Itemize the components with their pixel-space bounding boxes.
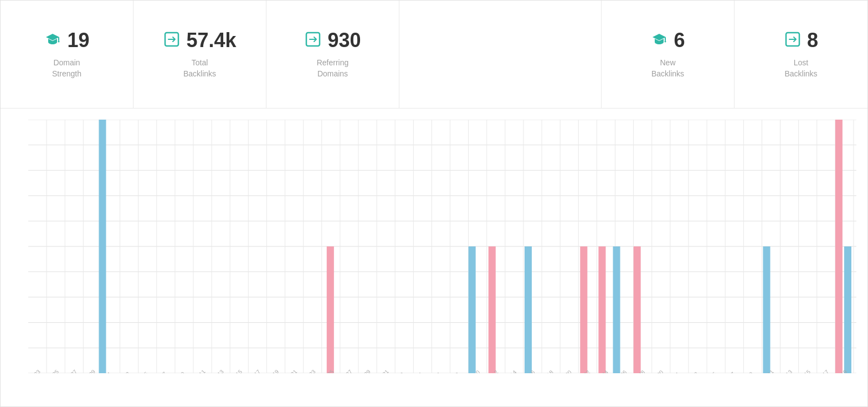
svg-text:Feb 13: Feb 13: [777, 369, 793, 373]
stat-top-lost-backlinks: 8: [784, 29, 818, 52]
chart-inner: 0 0.2 0.4 0.6 0.8 1.0 1.2 1.4 1.6 1.8 2.…: [28, 120, 856, 373]
new-bar-dec1: [99, 120, 106, 373]
svg-text:Nov 29: Nov 29: [80, 369, 96, 373]
lost-backlinks-value: 8: [807, 29, 818, 52]
stat-top-total-backlinks: 57.4k: [163, 29, 236, 52]
svg-text:Feb 17: Feb 17: [813, 369, 830, 373]
svg-text:Jan 14: Jan 14: [501, 369, 518, 373]
lost-bar-feb19: [835, 120, 843, 373]
svg-text:Feb 15: Feb 15: [795, 369, 811, 373]
lost-backlinks-label: LostBacklinks: [784, 58, 817, 79]
svg-rect-0: [58, 37, 59, 41]
lost-bar-jan24: [598, 246, 605, 373]
svg-text:Dec 21: Dec 21: [281, 369, 298, 373]
stat-top-new-backlinks: 6: [650, 29, 685, 52]
svg-text:Jan 20: Jan 20: [557, 369, 573, 373]
domain-strength-label: DomainStrength: [52, 58, 81, 79]
svg-text:Dec 5: Dec 5: [135, 370, 150, 373]
svg-point-1: [58, 41, 60, 43]
svg-text:Jan 2: Jan 2: [392, 371, 405, 373]
svg-text:Dec 19: Dec 19: [263, 369, 280, 373]
domain-strength-value: 19: [67, 29, 89, 52]
link-icon-lost: [784, 30, 802, 50]
svg-text:Jan 4: Jan 4: [410, 371, 424, 373]
stat-top-referring-domains: 930: [304, 29, 361, 52]
svg-text:Feb 9: Feb 9: [740, 371, 754, 373]
chart-area: 0 0.2 0.4 0.6 0.8 1.0 1.2 1.4 1.6 1.8 2.…: [1, 109, 867, 406]
link-icon-referring: [304, 30, 322, 50]
lost-bar-jan22: [580, 246, 587, 373]
svg-text:Dec 13: Dec 13: [208, 368, 225, 373]
svg-text:Jan 30: Jan 30: [648, 369, 665, 373]
svg-text:Nov 25: Nov 25: [43, 368, 60, 373]
svg-text:Dec 11: Dec 11: [189, 369, 206, 373]
svg-text:Dec 15: Dec 15: [227, 368, 244, 373]
referring-domains-value: 930: [327, 29, 361, 52]
dashboard-container: 19 DomainStrength 57.4k TotalBacklinks: [0, 0, 868, 407]
svg-text:Nov 27: Nov 27: [61, 369, 78, 373]
lost-bar-jan28: [634, 246, 641, 373]
chart-svg: 0 0.2 0.4 0.6 0.8 1.0 1.2 1.4 1.6 1.8 2.…: [28, 120, 856, 373]
total-backlinks-value: 57.4k: [186, 29, 236, 52]
referring-domains-label: ReferringDomains: [317, 58, 349, 79]
stat-spacer: [399, 1, 602, 108]
svg-text:Feb 7: Feb 7: [722, 371, 736, 373]
graduation-icon: [44, 30, 61, 50]
svg-text:Dec 29: Dec 29: [355, 369, 371, 373]
total-backlinks-label: TotalBacklinks: [183, 58, 216, 79]
svg-text:Jan 18: Jan 18: [538, 369, 555, 373]
stat-total-backlinks: 57.4k TotalBacklinks: [133, 1, 266, 108]
svg-text:Feb 3: Feb 3: [685, 370, 700, 373]
svg-text:Feb 5: Feb 5: [703, 370, 718, 373]
stat-lost-backlinks: 8 LostBacklinks: [735, 1, 867, 108]
stat-domain-strength: 19 DomainStrength: [1, 1, 133, 108]
stat-new-backlinks: 6 NewBacklinks: [602, 1, 735, 108]
svg-text:Dec 9: Dec 9: [171, 370, 186, 373]
svg-text:Dec 7: Dec 7: [153, 370, 167, 373]
svg-rect-4: [665, 37, 666, 41]
new-backlinks-label: NewBacklinks: [651, 58, 684, 79]
lost-bar-dec17: [327, 246, 334, 373]
new-bar-jan28: [613, 246, 620, 373]
new-bar-jan16: [525, 246, 532, 373]
graduation-icon-new: [650, 30, 668, 50]
lost-bar-jan12: [489, 246, 496, 373]
svg-text:Dec 3: Dec 3: [116, 370, 131, 373]
new-backlinks-value: 6: [674, 29, 685, 52]
link-icon-total: [163, 30, 181, 50]
svg-point-5: [665, 41, 666, 43]
svg-text:Dec 27: Dec 27: [336, 369, 353, 373]
svg-text:Jan 8: Jan 8: [446, 371, 461, 373]
svg-text:Nov 23: Nov 23: [28, 368, 42, 373]
svg-text:Jan 6: Jan 6: [428, 371, 443, 373]
stats-bar: 19 DomainStrength 57.4k TotalBacklinks: [1, 1, 867, 109]
stat-top-domain-strength: 19: [44, 29, 89, 52]
svg-text:Dec 23: Dec 23: [300, 368, 317, 373]
stat-referring-domains: 930 ReferringDomains: [266, 1, 399, 108]
new-bar-jan10: [469, 246, 476, 373]
new-bar-feb11: [763, 246, 770, 373]
svg-text:Dec 17: Dec 17: [245, 369, 261, 373]
svg-text:Dec 31: Dec 31: [373, 369, 390, 373]
new-bar-feb21: [844, 246, 851, 373]
svg-text:Feb 1: Feb 1: [666, 371, 681, 373]
